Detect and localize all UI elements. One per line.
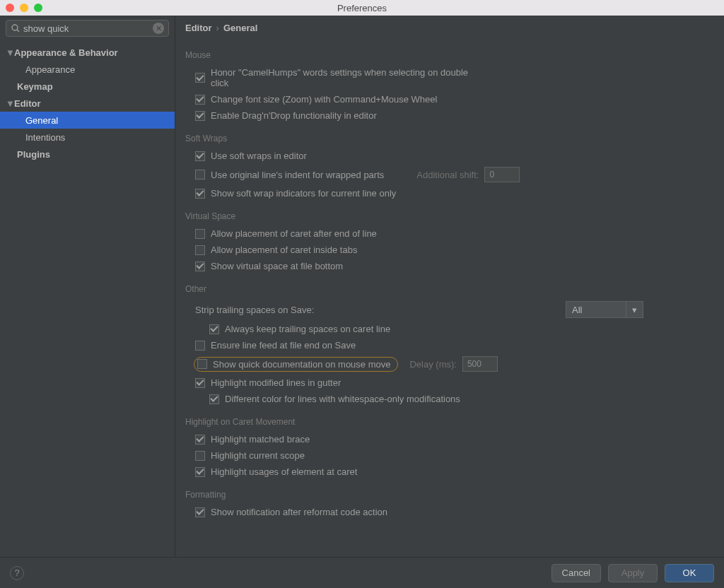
checkbox-highlight-brace[interactable] bbox=[195, 435, 205, 445]
checkbox-virtual-space-bottom[interactable] bbox=[195, 261, 205, 271]
chevron-down-icon: ▼ bbox=[6, 98, 14, 109]
checkbox-caret-inside-tabs[interactable] bbox=[195, 245, 205, 255]
chevron-right-icon: › bbox=[216, 23, 219, 33]
search-input[interactable] bbox=[21, 23, 153, 34]
checkbox-label: Highlight matched brace bbox=[211, 434, 310, 445]
sidebar-item-intentions[interactable]: Intentions bbox=[0, 129, 175, 146]
checkbox-label: Always keep trailing spaces on caret lin… bbox=[225, 324, 390, 334]
settings-scroll[interactable]: Mouse Honor "CamelHumps" words settings … bbox=[175, 40, 724, 557]
sidebar-item-editor[interactable]: ▼ Editor bbox=[0, 95, 175, 112]
checkbox-label: Show virtual space at file bottom bbox=[211, 261, 343, 271]
search-icon bbox=[11, 23, 21, 33]
chevron-down-icon: ▼ bbox=[6, 47, 14, 58]
checkbox-label: Allow placement of caret inside tabs bbox=[211, 245, 357, 255]
checkbox-label: Allow placement of caret after end of li… bbox=[211, 228, 377, 239]
search-match-highlight: Show quick documentation on mouse move bbox=[194, 357, 398, 372]
checkbox-quick-documentation[interactable] bbox=[197, 359, 207, 369]
checkbox-label: Highlight modified lines in gutter bbox=[211, 377, 341, 388]
checkbox-label: Highlight usages of element at caret bbox=[211, 466, 357, 477]
checkbox-keep-trailing-caret[interactable] bbox=[209, 324, 219, 334]
breadcrumb: Editor › General bbox=[175, 16, 724, 40]
sidebar-item-general[interactable]: General bbox=[0, 112, 175, 129]
section-title-softwraps: Soft Wraps bbox=[185, 134, 714, 143]
checkbox-caret-after-eol[interactable] bbox=[195, 229, 205, 239]
strip-trailing-combo[interactable]: All ▾ bbox=[566, 301, 643, 318]
sidebar-item-appearance-behavior[interactable]: ▼ Appearance & Behavior bbox=[0, 44, 175, 61]
section-title-mouse: Mouse bbox=[185, 50, 714, 60]
clear-search-icon[interactable]: ✕ bbox=[153, 23, 164, 34]
checkbox-honor-camelhumps[interactable] bbox=[195, 73, 205, 83]
sidebar-item-appearance[interactable]: Appearance bbox=[0, 61, 175, 78]
checkbox-zoom-mouse-wheel[interactable] bbox=[195, 95, 205, 105]
checkbox-notify-reformat[interactable] bbox=[195, 507, 205, 517]
delay-label: Delay (ms): bbox=[409, 359, 456, 370]
checkbox-drag-n-drop[interactable] bbox=[195, 111, 205, 121]
checkbox-label: Honor "CamelHumps" words settings when s… bbox=[211, 67, 479, 88]
checkbox-label: Show notification after reformat code ac… bbox=[211, 507, 387, 517]
sidebar: ✕ ▼ Appearance & Behavior Appearance Key… bbox=[0, 16, 175, 557]
checkbox-label: Highlight current scope bbox=[211, 450, 305, 461]
checkbox-highlight-modified-gutter[interactable] bbox=[195, 378, 205, 388]
checkbox-use-soft-wraps[interactable] bbox=[195, 151, 205, 161]
titlebar: Preferences bbox=[0, 0, 724, 16]
checkbox-highlight-scope[interactable] bbox=[195, 451, 205, 461]
apply-button[interactable]: Apply bbox=[608, 564, 658, 582]
sidebar-item-keymap[interactable]: Keymap bbox=[0, 78, 175, 95]
combo-value: All bbox=[572, 305, 582, 315]
sidebar-item-label: Plugins bbox=[6, 149, 50, 160]
dialog-footer: ? Cancel Apply OK bbox=[0, 557, 724, 588]
chevron-down-icon: ▾ bbox=[626, 302, 643, 317]
checkbox-label: Show soft wrap indicators for current li… bbox=[211, 188, 396, 199]
checkbox-softwrap-indicators[interactable] bbox=[195, 189, 205, 199]
sidebar-item-label: Keymap bbox=[6, 81, 53, 92]
checkbox-label: Different color for lines with whitespac… bbox=[225, 394, 460, 404]
sidebar-item-label: Appearance bbox=[6, 64, 75, 75]
breadcrumb-root: Editor bbox=[185, 23, 212, 33]
additional-shift-field bbox=[484, 167, 520, 182]
svg-line-1 bbox=[17, 30, 19, 32]
section-title-caret: Highlight on Caret Movement bbox=[185, 417, 714, 427]
cancel-button[interactable]: Cancel bbox=[551, 564, 601, 582]
delay-field bbox=[462, 356, 498, 372]
checkbox-ensure-linefeed[interactable] bbox=[195, 341, 205, 351]
sidebar-item-label: General bbox=[6, 115, 58, 126]
checkbox-label: Ensure line feed at file end on Save bbox=[211, 340, 356, 351]
window-title: Preferences bbox=[0, 3, 724, 13]
additional-shift-label: Additional shift: bbox=[416, 170, 479, 180]
checkbox-label: Use original line's indent for wrapped p… bbox=[211, 170, 384, 180]
checkbox-label: Use soft wraps in editor bbox=[211, 151, 307, 161]
sidebar-item-plugins[interactable]: Plugins bbox=[0, 146, 175, 163]
settings-tree: ▼ Appearance & Behavior Appearance Keyma… bbox=[0, 41, 175, 163]
checkbox-label: Show quick documentation on mouse move bbox=[213, 359, 390, 370]
checkbox-label: Change font size (Zoom) with Command+Mou… bbox=[211, 94, 437, 105]
ok-button[interactable]: OK bbox=[665, 564, 714, 582]
checkbox-label: Enable Drag'n'Drop functionality in edit… bbox=[211, 110, 377, 121]
help-button[interactable]: ? bbox=[10, 566, 24, 580]
sidebar-item-label: Intentions bbox=[6, 132, 65, 143]
section-title-other: Other bbox=[185, 284, 714, 294]
checkbox-highlight-usages[interactable] bbox=[195, 467, 205, 477]
content-pane: Editor › General Mouse Honor "CamelHumps… bbox=[175, 16, 724, 557]
search-input-wrap[interactable]: ✕ bbox=[6, 20, 169, 37]
sidebar-item-label: Editor bbox=[14, 98, 41, 109]
checkbox-whitespace-only-diff-color[interactable] bbox=[209, 394, 219, 404]
svg-point-0 bbox=[12, 25, 18, 30]
section-title-formatting: Formatting bbox=[185, 490, 714, 500]
breadcrumb-leaf: General bbox=[223, 23, 257, 33]
sidebar-item-label: Appearance & Behavior bbox=[14, 47, 118, 58]
checkbox-original-indent[interactable] bbox=[195, 170, 205, 180]
section-title-virtual: Virtual Space bbox=[185, 211, 714, 221]
strip-trailing-label: Strip trailing spaces on Save: bbox=[195, 305, 314, 315]
